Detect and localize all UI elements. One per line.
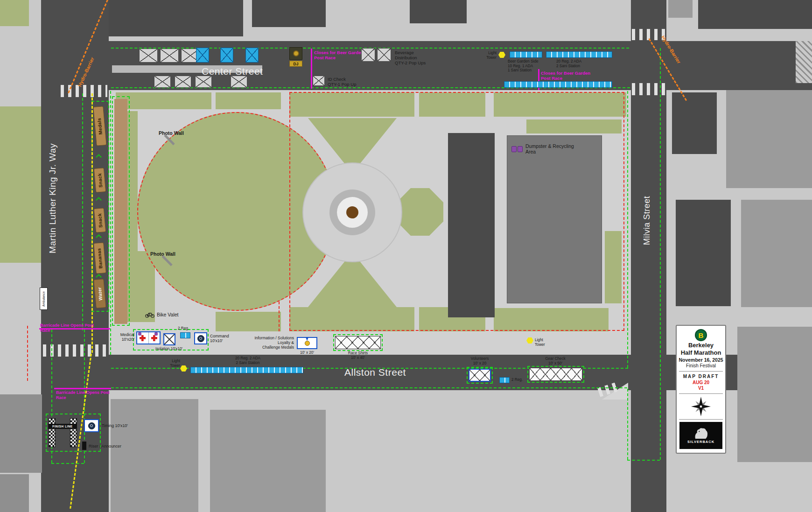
crosswalk: [43, 344, 108, 357]
grass-area: [0, 0, 29, 26]
course-red-line: [27, 326, 28, 381]
beer-garden-side-label: Beer Garden Side 10 Reg. 1 ADA 1 Sani St…: [508, 59, 539, 73]
grass-area: [0, 106, 41, 263]
crosswalk: [61, 85, 107, 97]
command-logo-icon: [197, 335, 204, 342]
barricade-label: Barricade Line Opens Post Race: [56, 390, 112, 400]
bike-valet-label: Bike Valet: [157, 312, 179, 317]
light-tower-label: Light Tower: [161, 359, 180, 368]
popup-tent: [195, 76, 212, 88]
fence-outline: [112, 96, 130, 326]
race-shirts-label: Race Shirts 10' x 40': [344, 351, 371, 360]
medic-icon: [154, 332, 158, 336]
medical-cross-icon: [151, 335, 157, 341]
street-label-center: Center Street: [202, 66, 263, 77]
legend-divider: [679, 393, 723, 394]
sani-station-row: [504, 81, 612, 88]
building: [737, 327, 812, 462]
timing-tent: [84, 419, 99, 432]
building: [726, 90, 812, 188]
street-label-mlk: Martin Luther King Jr. Way: [48, 119, 58, 278]
closes-beer-garden-label: Closes for Beer Garden Post Race: [541, 70, 590, 81]
fence-line-green: [627, 389, 628, 460]
aid-station-label: Snack: [97, 213, 103, 228]
grass-area: [116, 92, 211, 109]
closes-beer-garden-label: Closes for Beer Garden Post Race: [314, 50, 364, 60]
dj-label-box: DJ: [289, 61, 302, 67]
beverage-label: Beverage Distribution QTY-2 Pop Ups: [395, 50, 426, 66]
fence-line-green: [51, 463, 84, 464]
volunteers-label: Volunteers 10' x 20: [469, 357, 491, 365]
popup-tent-blue: [196, 48, 209, 63]
legend-divider: [679, 419, 723, 420]
finish-festival-map: Hydro-Barrier Hydro-Barrier Closes for B…: [0, 0, 812, 512]
silverback-label: SILVERBACK: [687, 440, 714, 444]
legend-draft-date: AUG 20: [693, 380, 709, 386]
popup-tent: [175, 76, 191, 88]
information-tent: [297, 337, 317, 349]
fence-line-green: [660, 48, 661, 460]
fence-line-green: [110, 91, 111, 355]
course-line-yellow: [91, 93, 93, 353]
dj-label: DJ: [294, 62, 299, 66]
bike-icon: [145, 311, 155, 318]
sani-station-row: [546, 51, 612, 58]
building: [252, 0, 326, 27]
legend-draft-label: MAP DRAFT: [683, 374, 719, 379]
command-label: Command 10'x10': [210, 334, 229, 344]
building: [410, 0, 467, 23]
medic-icon: [138, 332, 141, 336]
ambulance-label: Ambulance: [42, 291, 45, 307]
building: [0, 474, 29, 512]
legend-version: V1: [698, 386, 704, 391]
beverage-popup-tent: [377, 48, 391, 62]
gear-check-tent: [529, 368, 582, 381]
building: [672, 92, 717, 154]
command-tent: [194, 332, 207, 344]
building: [676, 200, 731, 306]
building: [698, 0, 812, 29]
information-size-label: 10' x 20': [297, 351, 317, 355]
aid-station-snack-1: Snack: [94, 168, 106, 193]
popup-tent-blue: [220, 48, 233, 63]
parking-hatch: [796, 41, 812, 83]
gorilla-icon: [693, 428, 708, 439]
gear-check-label: Gear Check 10' x 50': [541, 357, 569, 365]
light-tower-label: Light Tower: [479, 51, 497, 60]
fence-line-green: [627, 460, 660, 461]
popup-tent-blue: [245, 48, 259, 63]
grass-area: [216, 312, 281, 331]
popup-tent: [154, 76, 171, 88]
finish-line-banner: [49, 418, 56, 447]
reg2-label: 2 Reg.: [511, 378, 523, 382]
dumpster-bin-icon: [518, 146, 523, 152]
dj-turntable-icon: [293, 50, 299, 56]
building: [668, 0, 693, 18]
sani-pair: [180, 332, 190, 338]
finish-line-banner: [70, 418, 77, 447]
street-label-milvia: Milvia Street: [642, 193, 652, 249]
aid-station-label: Bananas: [97, 248, 104, 269]
berkeley-logo-icon: B: [695, 329, 707, 341]
reg20-bottom-label: 20 Reg. 2 ADA 2 Sani Station: [227, 356, 269, 365]
medical-label: Medical 10'x20': [110, 332, 134, 342]
fence-line-green: [82, 93, 83, 330]
dumpster-label: Dumpster & Recycling Area: [525, 143, 574, 155]
reg2-label: 2 Reg.: [178, 326, 189, 331]
building: [111, 399, 198, 512]
building: [741, 200, 812, 307]
silverback-logo: SILVERBACK: [679, 422, 722, 449]
medal-icon: [305, 341, 310, 346]
building: [210, 410, 326, 512]
medical-cross-icon: [140, 335, 146, 341]
light-tower-label: Light Tower: [535, 338, 545, 347]
volunteers-tent: [469, 369, 491, 382]
sani-station-row: [190, 367, 303, 373]
dumpster-bin-icon: [511, 146, 517, 152]
course-red-line: [279, 302, 280, 331]
beverage-popup-tent: [361, 48, 375, 62]
reg20-top-label: 20 Reg. 2 ADA 2 Sani Station: [556, 59, 581, 68]
barricade-line: [54, 388, 111, 389]
dumpster-icon: [511, 145, 524, 153]
course-red-outline: [289, 92, 624, 331]
